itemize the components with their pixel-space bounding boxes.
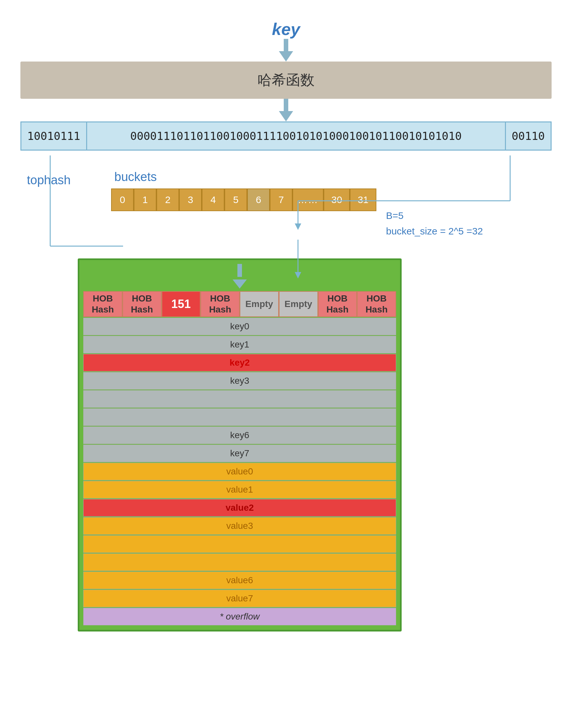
bucket-5: 5 xyxy=(224,189,247,211)
bucket-7: 7 xyxy=(270,189,292,211)
bucket-0: 0 xyxy=(111,189,134,211)
arrow-to-hash xyxy=(19,39,553,62)
bucket-1: 1 xyxy=(134,189,156,211)
value-row-4 xyxy=(83,535,396,553)
key-row-6: key6 xyxy=(83,427,396,444)
hash-function-box: 哈希函数 xyxy=(20,62,552,99)
key-row-1: key1 xyxy=(83,336,396,353)
bucket-3: 3 xyxy=(179,189,202,211)
bucket-31: 31 xyxy=(350,189,376,211)
value-row-2: value2 xyxy=(83,499,396,516)
key-label: key xyxy=(19,13,553,39)
bucket-dots: …… xyxy=(292,189,324,211)
key-row-3: key3 xyxy=(83,372,396,389)
value-row-3: value3 xyxy=(83,517,396,535)
binary-left: 10010111 xyxy=(21,123,87,150)
value-row-0: value0 xyxy=(83,463,396,480)
th-cell-3: HOBHash xyxy=(201,291,240,317)
key-row-4 xyxy=(83,390,396,408)
key-row-5 xyxy=(83,408,396,426)
bucket-6: 6 xyxy=(247,189,270,211)
bucket-4: 4 xyxy=(202,189,224,211)
key-row-7: key7 xyxy=(83,445,396,462)
bucket-size-value: bucket_size = 2^5 =32 xyxy=(386,223,483,239)
key-row-2: key2 xyxy=(83,354,396,371)
binary-middle: 0000111011011001000111100101010001001011… xyxy=(87,123,506,150)
tophash-cells-row: HOBHash HOBHash 151 HOBHash Empty Empty … xyxy=(83,291,396,317)
value-row-5 xyxy=(83,554,396,571)
arrow-to-binary xyxy=(20,99,552,122)
buckets-label: buckets xyxy=(114,170,552,184)
overflow-row: * overflow xyxy=(83,608,396,625)
key-row-0: key0 xyxy=(83,318,396,335)
bucket-size-info: B=5 bucket_size = 2^5 =32 xyxy=(386,208,483,239)
tophash-label: tophash xyxy=(20,173,92,187)
th-cell-2-highlighted: 151 xyxy=(162,291,201,317)
buckets-row: 0 1 2 3 4 5 6 7 …… 30 31 xyxy=(111,189,376,211)
value-row-1: value1 xyxy=(83,481,396,498)
binary-output-row: 10010111 0000111011011001000111100101010… xyxy=(20,122,552,151)
th-cell-7: HOBHash xyxy=(357,291,396,317)
th-cell-6: HOBHash xyxy=(318,291,357,317)
value-row-6: value6 xyxy=(83,572,396,589)
value-row-7: value7 xyxy=(83,590,396,607)
binary-right: 00110 xyxy=(506,123,551,150)
bucket-30: 30 xyxy=(324,189,350,211)
buckets-section: buckets 0 1 2 3 4 5 6 7 …… 30 31 xyxy=(111,170,552,239)
bucket-detail-container: HOBHash HOBHash 151 HOBHash Empty Empty … xyxy=(78,259,402,632)
th-cell-5-empty: Empty xyxy=(279,291,318,317)
th-cell-4-empty: Empty xyxy=(240,291,279,317)
th-cell-0: HOBHash xyxy=(83,291,123,317)
bucket-2: 2 xyxy=(156,189,179,211)
b-value: B=5 xyxy=(386,208,404,223)
th-cell-1: HOBHash xyxy=(123,291,162,317)
